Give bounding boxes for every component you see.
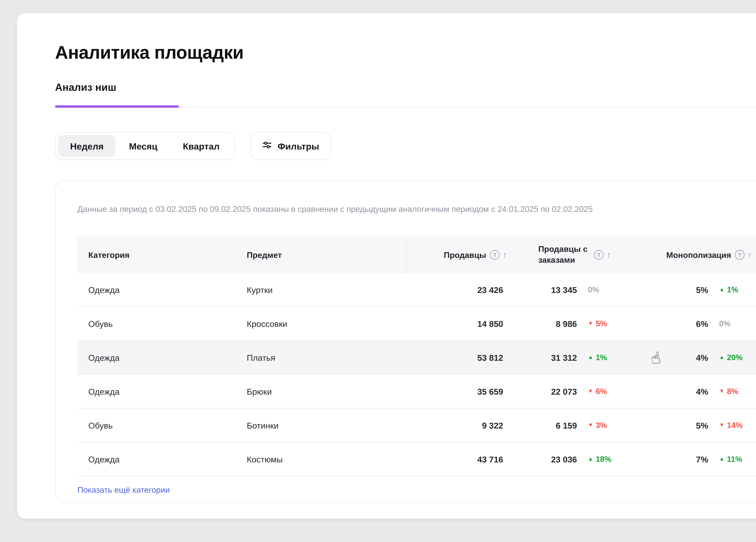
table-panel: Данные за период с 03.02.2025 по 09.02.2… bbox=[55, 180, 756, 503]
cell-sellers: 35 659 bbox=[406, 387, 507, 396]
cell-revenue: 28 449 024 ₽ bbox=[754, 319, 756, 328]
triangle-up-icon: ▲ bbox=[719, 287, 725, 292]
show-more-categories-link[interactable]: Показать ещё категории bbox=[77, 485, 170, 495]
tab-quarter[interactable]: Квартал bbox=[171, 135, 232, 157]
cell-category: Обувь bbox=[77, 420, 247, 430]
cell-sellers-with-orders: 8 986 bbox=[507, 319, 579, 328]
table-row[interactable]: ОбувьБотинки9 3226 159▼3%5%▼14%22 079 66… bbox=[77, 409, 756, 442]
tab-week[interactable]: Неделя bbox=[58, 135, 116, 157]
cell-monopolization: 7% bbox=[623, 454, 711, 464]
table-row[interactable]: ОдеждаКостюмы43 71623 036▲18%7%▲11%20 97… bbox=[77, 442, 756, 476]
table-body: ОдеждаКуртки23 42613 3450%5%▲1%32 170 84… bbox=[77, 273, 756, 476]
cell-sellers: 23 426 bbox=[406, 285, 507, 295]
cell-category: Одежда bbox=[77, 285, 247, 295]
triangle-down-icon: ▼ bbox=[719, 389, 725, 394]
cell-revenue: 26 504 132 ₽ bbox=[754, 353, 756, 362]
niche-table: Категория Предмет Продавцы ?↑ Продавцы с… bbox=[77, 237, 756, 476]
period-controls: Неделя Месяц Квартал Фильтры bbox=[55, 132, 331, 160]
col-header-sellers-with-orders[interactable]: Продавцы с заказами ?↑ bbox=[507, 244, 623, 265]
help-icon[interactable]: ? bbox=[735, 250, 745, 259]
tab-niche-analysis[interactable]: Анализ ниш bbox=[55, 82, 116, 94]
cell-category: Обувь bbox=[77, 319, 247, 328]
period-note: Данные за период с 03.02.2025 по 09.02.2… bbox=[77, 204, 593, 213]
triangle-down-icon: ▼ bbox=[588, 321, 593, 326]
triangle-up-icon: ▲ bbox=[588, 456, 593, 462]
cell-monopolization-change: ▲1% bbox=[711, 285, 754, 294]
cell-sellers-with-orders-change: ▲18% bbox=[579, 455, 623, 464]
cell-monopolization: 4% bbox=[623, 353, 711, 362]
cell-item: Кроссовки bbox=[247, 319, 406, 328]
filters-button[interactable]: Фильтры bbox=[250, 132, 331, 160]
cell-item: Куртки bbox=[247, 285, 406, 295]
sort-icon[interactable]: ↑ bbox=[748, 250, 752, 259]
cell-monopolization: 4% bbox=[623, 387, 711, 396]
cell-sellers-with-orders: 22 073 bbox=[507, 387, 579, 396]
cell-item: Платья bbox=[247, 353, 406, 362]
cell-sellers-with-orders: 6 159 bbox=[507, 420, 579, 430]
cell-sellers-with-orders-change: ▼3% bbox=[579, 421, 623, 430]
cell-revenue: 23 145 744 ₽ bbox=[754, 387, 756, 396]
cell-monopolization: 5% bbox=[623, 420, 711, 430]
col-header-category: Категория bbox=[77, 250, 247, 259]
tab-month[interactable]: Месяц bbox=[117, 135, 169, 157]
sliders-icon bbox=[262, 140, 272, 152]
table-row[interactable]: ОдеждаКуртки23 42613 3450%5%▲1%32 170 84… bbox=[77, 273, 756, 307]
cell-monopolization-change: 0% bbox=[711, 319, 754, 328]
cell-sellers-with-orders: 13 345 bbox=[507, 285, 579, 295]
cell-item: Брюки bbox=[247, 387, 406, 396]
col-header-monopolization[interactable]: Монополизация ?↑ bbox=[623, 250, 754, 259]
period-segmented-control: Неделя Месяц Квартал bbox=[55, 132, 235, 160]
col-header-item: Предмет bbox=[247, 250, 406, 259]
triangle-up-icon: ▲ bbox=[719, 456, 725, 462]
cell-category: Одежда bbox=[77, 454, 247, 464]
tab-active-underline bbox=[55, 105, 179, 108]
table-row[interactable]: ОдеждаБрюки35 65922 073▼6%4%▼8%23 145 74… bbox=[77, 375, 756, 409]
cell-sellers-with-orders-change: ▼5% bbox=[579, 319, 623, 328]
cell-item: Ботинки bbox=[247, 420, 406, 430]
table-header: Категория Предмет Продавцы ?↑ Продавцы с… bbox=[77, 237, 756, 273]
cell-sellers: 53 812 bbox=[406, 353, 507, 362]
cell-category: Одежда bbox=[77, 387, 247, 396]
help-icon[interactable]: ? bbox=[490, 250, 500, 259]
cell-sellers-with-orders: 23 036 bbox=[507, 454, 579, 464]
cell-monopolization: 6% bbox=[623, 319, 711, 328]
cell-sellers-with-orders-change: ▲1% bbox=[579, 353, 623, 362]
cell-revenue: 20 973 764 ₽ bbox=[754, 454, 756, 464]
triangle-up-icon: ▲ bbox=[588, 355, 593, 360]
cell-sellers: 43 716 bbox=[406, 454, 507, 464]
cell-sellers-with-orders-change: 0% bbox=[579, 285, 623, 294]
cell-monopolization-change: ▲20% bbox=[711, 353, 754, 362]
sort-icon[interactable]: ↑ bbox=[503, 250, 507, 259]
table-row[interactable]: ОбувьКроссовки14 8508 986▼5%6%0%28 449 0… bbox=[77, 307, 756, 341]
page-title: Аналитика площадки bbox=[55, 42, 244, 63]
triangle-down-icon: ▼ bbox=[719, 423, 725, 428]
triangle-down-icon: ▼ bbox=[588, 423, 593, 428]
help-icon[interactable]: ? bbox=[594, 250, 604, 259]
cell-sellers: 9 322 bbox=[406, 420, 507, 430]
cell-revenue: 32 170 845 ₽ bbox=[754, 285, 756, 295]
triangle-down-icon: ▼ bbox=[588, 389, 593, 394]
col-header-sellers[interactable]: Продавцы ?↑ bbox=[406, 237, 507, 273]
triangle-up-icon: ▲ bbox=[719, 355, 725, 360]
cell-category: Одежда bbox=[77, 353, 247, 362]
table-row[interactable]: ОдеждаПлатья53 81231 312▲1%4%▲20%26 504 … bbox=[77, 341, 756, 375]
sort-icon[interactable]: ↑ bbox=[607, 250, 611, 259]
cell-sellers-with-orders: 31 312 bbox=[507, 353, 579, 362]
cell-revenue: 22 079 669 ₽ bbox=[754, 420, 756, 430]
cell-sellers: 14 850 bbox=[406, 319, 507, 328]
page: Аналитика площадки Анализ ниш Неделя Мес… bbox=[0, 0, 756, 542]
col-header-revenue[interactable]: Выручка ?↑ bbox=[754, 250, 756, 260]
cell-monopolization-change: ▼14% bbox=[711, 421, 754, 430]
cell-monopolization-change: ▲11% bbox=[711, 455, 754, 464]
cell-monopolization-change: ▼8% bbox=[711, 387, 754, 396]
filters-label: Фильтры bbox=[278, 141, 319, 151]
main-card: Аналитика площадки Анализ ниш Неделя Мес… bbox=[17, 13, 756, 519]
cell-monopolization: 5% bbox=[623, 285, 711, 295]
cell-sellers-with-orders-change: ▼6% bbox=[579, 387, 623, 396]
cell-item: Костюмы bbox=[247, 454, 406, 464]
